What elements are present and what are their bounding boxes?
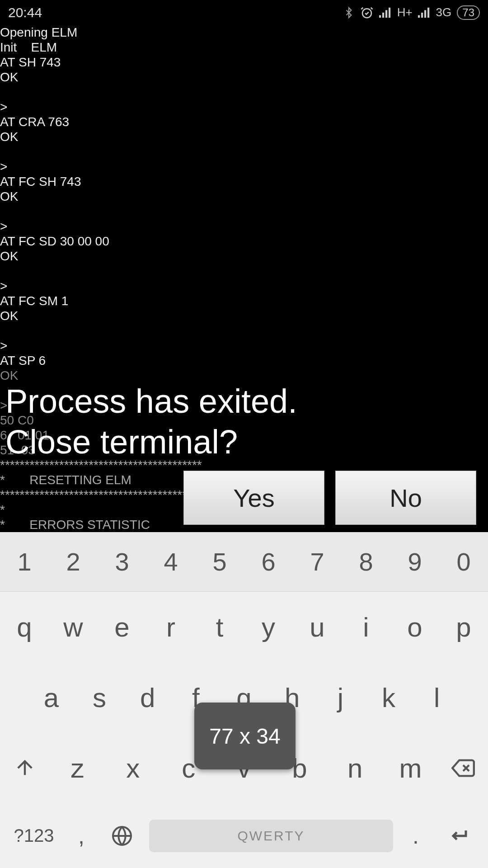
key-s[interactable]: s [75, 662, 124, 733]
svg-rect-4 [389, 7, 390, 17]
dialog-message: Process has exited. Close terminal? [5, 381, 479, 462]
terminal-line: Opening ELM [0, 25, 77, 39]
battery-badge: 73 [457, 5, 480, 20]
enter-icon [448, 825, 469, 847]
shift-up-icon [13, 756, 37, 780]
key-r[interactable]: r [146, 592, 195, 662]
status-time: 20:44 [8, 5, 42, 20]
symbols-key[interactable]: ?123 [5, 826, 63, 846]
key-9[interactable]: 9 [390, 532, 439, 591]
key-z[interactable]: z [50, 733, 105, 803]
keyboard-spacer [0, 662, 27, 733]
key-l[interactable]: l [413, 662, 461, 733]
svg-rect-3 [385, 10, 387, 18]
key-k[interactable]: k [365, 662, 413, 733]
terminal-header: * [0, 503, 5, 517]
keyboard-spacer [461, 662, 488, 733]
key-u[interactable]: u [293, 592, 342, 662]
space-key[interactable]: QWERTY [149, 820, 393, 852]
bluetooth-icon [343, 5, 355, 20]
terminal-line: AT SP 6 [0, 354, 46, 368]
terminal-line: > [0, 160, 7, 174]
backspace-icon [451, 756, 475, 780]
key-d[interactable]: d [123, 662, 172, 733]
terminal-line: > [0, 339, 7, 353]
signal2-label: 3G [436, 5, 452, 19]
soft-keyboard: 1 2 3 4 5 6 7 8 9 0 q w e r t y u i o p … [0, 532, 488, 868]
keyboard-bottom-row: ?123 , QWERTY . [0, 803, 488, 868]
alarm-icon [360, 6, 374, 19]
terminal-line: OK [0, 249, 18, 263]
key-preview-popup: 77 x 34 [194, 703, 296, 769]
terminal-line: > [0, 100, 7, 114]
key-0[interactable]: 0 [439, 532, 488, 591]
yes-button[interactable]: Yes [183, 471, 324, 525]
period-key[interactable]: . [398, 823, 434, 849]
terminal-line: OK [0, 130, 18, 144]
key-i[interactable]: i [342, 592, 390, 662]
key-7[interactable]: 7 [293, 532, 342, 591]
key-y[interactable]: y [244, 592, 293, 662]
terminal-line: AT FC SH 743 [0, 175, 81, 189]
shift-key[interactable] [0, 733, 50, 803]
key-5[interactable]: 5 [195, 532, 244, 591]
dialog-buttons: Yes No [5, 471, 476, 525]
terminal-line: > [0, 219, 7, 233]
terminal-line: AT SH 743 [0, 55, 61, 69]
signal1-icon [379, 7, 392, 19]
enter-key[interactable] [434, 825, 483, 847]
key-x[interactable]: x [105, 733, 161, 803]
svg-rect-1 [379, 15, 381, 18]
key-a[interactable]: a [27, 662, 75, 733]
exit-dialog: Process has exited. Close terminal? Yes … [5, 381, 479, 525]
terminal-line: OK [0, 70, 18, 84]
key-n[interactable]: n [327, 733, 383, 803]
terminal-line-dim: OK [0, 368, 18, 382]
dialog-line2: Close terminal? [5, 422, 479, 462]
svg-rect-5 [418, 15, 420, 18]
signal1-label: H+ [397, 5, 413, 19]
globe-icon [111, 825, 133, 847]
key-m[interactable]: m [383, 733, 438, 803]
signal2-icon [418, 7, 431, 19]
key-1[interactable]: 1 [0, 532, 49, 591]
status-bar: 20:44 H+ 3G 73 [0, 0, 488, 25]
terminal-line: OK [0, 309, 18, 323]
backspace-key[interactable] [438, 733, 488, 803]
terminal-line: OK [0, 189, 18, 203]
svg-rect-2 [382, 13, 384, 18]
terminal-line: AT CRA 763 [0, 115, 69, 129]
key-2[interactable]: 2 [49, 532, 98, 591]
svg-rect-8 [427, 7, 429, 17]
svg-rect-7 [424, 10, 426, 18]
status-icons: H+ 3G 73 [343, 5, 480, 20]
svg-rect-6 [421, 13, 423, 18]
keyboard-number-row: 1 2 3 4 5 6 7 8 9 0 [0, 532, 488, 592]
comma-key[interactable]: , [63, 823, 99, 849]
language-key[interactable] [99, 825, 145, 847]
terminal-line: > [0, 279, 7, 293]
key-q[interactable]: q [0, 592, 49, 662]
dialog-line1: Process has exited. [5, 381, 479, 422]
key-t[interactable]: t [195, 592, 244, 662]
no-button[interactable]: No [335, 471, 476, 525]
key-e[interactable]: e [98, 592, 146, 662]
key-j[interactable]: j [316, 662, 365, 733]
key-4[interactable]: 4 [146, 532, 195, 591]
key-8[interactable]: 8 [342, 532, 390, 591]
key-p[interactable]: p [439, 592, 488, 662]
key-3[interactable]: 3 [98, 532, 146, 591]
key-w[interactable]: w [49, 592, 98, 662]
keyboard-row-1: q w e r t y u i o p [0, 592, 488, 662]
terminal-line: AT FC SD 30 00 00 [0, 234, 109, 248]
key-o[interactable]: o [390, 592, 439, 662]
terminal-line: AT FC SM 1 [0, 294, 68, 308]
key-6[interactable]: 6 [244, 532, 293, 591]
terminal-line: Init ELM [0, 40, 57, 54]
